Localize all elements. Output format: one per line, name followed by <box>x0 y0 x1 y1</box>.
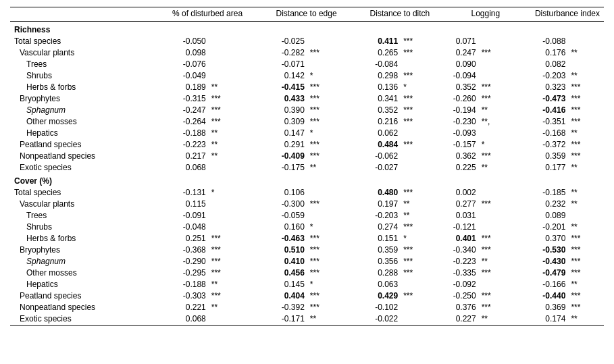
cell-value: 0.352 <box>434 81 480 93</box>
cell-value: -0.295 <box>139 267 209 279</box>
row-label: Exotic species <box>10 161 139 173</box>
cell-value: -0.247 <box>139 104 209 115</box>
cell-sig: * <box>402 233 434 244</box>
cell-sig: ** <box>210 302 247 313</box>
cell-sig: *** <box>569 244 604 256</box>
cell-sig: *** <box>309 93 341 104</box>
table-row: Bryophytes-0.315***0.433***0.341***-0.26… <box>10 93 604 104</box>
row-label: Sphagnum <box>10 256 139 267</box>
cell-sig <box>210 313 247 326</box>
cell-sig: *** <box>210 256 247 267</box>
cell-value: -0.188 <box>139 127 209 138</box>
cell-sig: *** <box>309 47 341 58</box>
cell-value: 0.197 <box>341 199 403 210</box>
cell-value: 0.106 <box>247 187 309 199</box>
cell-sig: *** <box>402 244 434 256</box>
cell-value: -0.290 <box>139 256 209 267</box>
cell-sig <box>210 47 247 58</box>
cell-value: 0.429 <box>341 290 403 302</box>
cell-value: 0.225 <box>434 161 480 173</box>
cell-value: 0.274 <box>341 222 403 233</box>
cell-sig <box>210 210 247 222</box>
row-label: Hepatics <box>10 127 139 138</box>
row-label: Bryophytes <box>10 93 139 104</box>
cell-value: -0.022 <box>341 313 403 326</box>
cell-sig: *** <box>309 302 341 313</box>
cell-sig: ** <box>569 187 604 199</box>
table-row: Nonpeatland species0.221**-0.392***-0.10… <box>10 302 604 313</box>
cell-sig: *** <box>480 150 505 161</box>
cell-sig <box>210 70 247 81</box>
row-label: Vascular plants <box>10 199 139 210</box>
cell-sig: *** <box>210 267 247 279</box>
cell-sig: *** <box>309 138 341 150</box>
cell-sig: *** <box>480 47 505 58</box>
cell-sig: * <box>309 222 341 233</box>
cell-sig: ** <box>569 279 604 290</box>
cell-value: 0.082 <box>504 58 569 70</box>
cell-value: -0.282 <box>247 47 309 58</box>
row-label: Trees <box>10 210 139 222</box>
cell-sig <box>569 58 604 70</box>
cell-sig <box>480 58 505 70</box>
cell-sig: *** <box>309 150 341 161</box>
row-label: Total species <box>10 35 139 47</box>
cell-sig: ** <box>569 161 604 173</box>
cell-value: 0.089 <box>504 210 569 222</box>
cell-value: -0.203 <box>504 70 569 81</box>
cell-sig <box>569 35 604 47</box>
cell-sig: *** <box>402 115 434 127</box>
cell-value: -0.392 <box>247 302 309 313</box>
cell-sig: ** <box>569 222 604 233</box>
cell-value: -0.260 <box>434 93 480 104</box>
cell-value: -0.025 <box>247 35 309 47</box>
cell-sig: *** <box>309 267 341 279</box>
cell-value: -0.131 <box>139 187 209 199</box>
cell-value: 0.251 <box>139 233 209 244</box>
cell-value: 0.176 <box>504 47 569 58</box>
cell-value: 0.068 <box>139 313 209 326</box>
cell-value: -0.368 <box>139 244 209 256</box>
cell-sig: *** <box>309 244 341 256</box>
cell-value: 0.063 <box>341 279 403 290</box>
cell-sig: ** <box>480 313 505 326</box>
cell-value: 0.189 <box>139 81 209 93</box>
cell-value: -0.479 <box>504 267 569 279</box>
cell-sig: * <box>402 81 434 93</box>
table-row: Shrubs-0.0490.142*0.298***-0.094-0.203** <box>10 70 604 81</box>
cell-sig: * <box>309 279 341 290</box>
cell-value: -0.303 <box>139 290 209 302</box>
cell-value: 0.115 <box>139 199 209 210</box>
cell-value: 0.232 <box>504 199 569 210</box>
cell-sig: ** <box>309 161 341 173</box>
cell-sig: ** <box>402 199 434 210</box>
cell-sig: *** <box>210 115 247 127</box>
cell-value: -0.071 <box>247 58 309 70</box>
table-row: Vascular plants0.098-0.282***0.265***0.2… <box>10 47 604 58</box>
table-header: % of disturbed area Distance to edge Dis… <box>10 7 604 22</box>
col-header-log: Logging <box>434 7 504 22</box>
cell-value: -0.416 <box>504 104 569 115</box>
cell-sig: *** <box>569 256 604 267</box>
cell-sig: *** <box>402 138 434 150</box>
cell-value: -0.048 <box>139 222 209 233</box>
cell-sig <box>480 127 505 138</box>
cell-sig: *** <box>402 256 434 267</box>
cell-value: 0.411 <box>341 35 403 47</box>
cell-value: 0.177 <box>504 161 569 173</box>
table-row: Nonpeatland species0.217**-0.409***-0.06… <box>10 150 604 161</box>
cell-sig: *** <box>210 244 247 256</box>
table-row: Herbs & forbs0.251***-0.463***0.151*0.40… <box>10 233 604 244</box>
table-row: Trees-0.091-0.059-0.203**0.0310.089 <box>10 210 604 222</box>
cell-sig: ** <box>210 279 247 290</box>
cell-value: -0.264 <box>139 115 209 127</box>
cell-sig: * <box>309 127 341 138</box>
cell-sig: *** <box>569 138 604 150</box>
cell-value: 0.510 <box>247 244 309 256</box>
cell-value: -0.050 <box>139 35 209 47</box>
cell-sig <box>402 58 434 70</box>
row-label: Hepatics <box>10 279 139 290</box>
cell-sig: **, <box>480 115 505 127</box>
col-header-dd: Distance to ditch <box>341 7 434 22</box>
cell-value: -0.062 <box>341 150 403 161</box>
